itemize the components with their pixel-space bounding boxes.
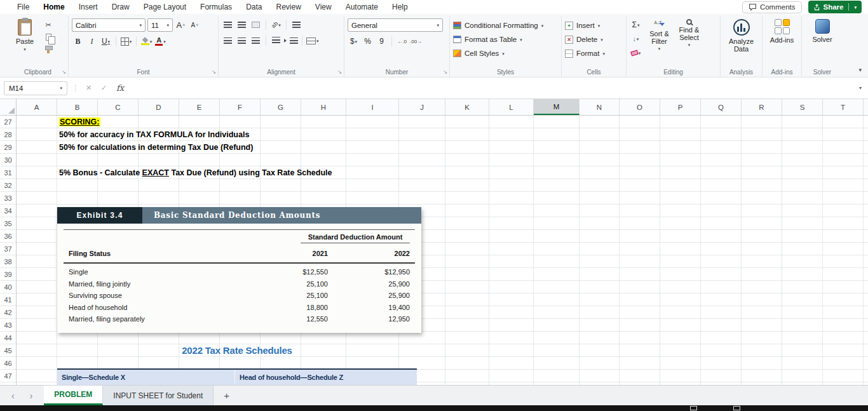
row-header-34[interactable]: 34 [0, 205, 16, 217]
menu-help[interactable]: Help [385, 0, 415, 14]
column-header-P[interactable]: P [660, 99, 701, 115]
page-layout-view-icon[interactable] [733, 406, 740, 410]
column-header-J[interactable]: J [399, 99, 445, 115]
cell-styles-button[interactable]: Cell Styles▾ [453, 46, 558, 60]
collapse-ribbon-icon[interactable]: ▾ [858, 67, 862, 73]
add-sheet-icon[interactable]: + [214, 386, 240, 405]
increase-indent-button[interactable] [284, 34, 298, 47]
column-header-T[interactable]: T [823, 99, 864, 115]
font-dialog-launcher[interactable]: ↘ [212, 69, 216, 75]
column-header-B[interactable]: B [57, 99, 98, 115]
percent-style-button[interactable]: % [362, 35, 374, 48]
font-size-select[interactable]: 11 ▾ [147, 18, 173, 32]
column-header-D[interactable]: D [139, 99, 179, 115]
formula-input[interactable] [131, 81, 852, 95]
menu-data[interactable]: Data [239, 0, 269, 14]
menu-file[interactable]: File [10, 0, 36, 14]
row-header-27[interactable]: 27 [0, 116, 16, 128]
row-header-38[interactable]: 38 [0, 255, 16, 268]
align-top-button[interactable] [222, 18, 234, 31]
cell-b27[interactable]: SCORING: [59, 116, 100, 128]
solver-button[interactable]: Solver [808, 17, 836, 67]
row-header-35[interactable]: 35 [0, 217, 16, 230]
row-header-43[interactable]: 43 [0, 319, 16, 332]
column-header-C[interactable]: C [98, 99, 139, 115]
prev-sheet-icon[interactable]: ‹ [11, 391, 15, 401]
copy-icon[interactable] [43, 32, 53, 41]
menu-page-layout[interactable]: Page Layout [137, 0, 193, 14]
row-header-30[interactable]: 30 [0, 154, 16, 166]
column-header-Q[interactable]: Q [701, 99, 742, 115]
row-header-39[interactable]: 39 [0, 268, 16, 281]
find-select-button[interactable]: Find & Select▾ [674, 17, 704, 67]
next-sheet-icon[interactable]: › [30, 391, 33, 401]
column-header-L[interactable]: L [489, 99, 534, 115]
align-left-button[interactable] [222, 34, 234, 47]
share-button[interactable]: Share ▾ [808, 1, 862, 13]
format-as-table-button[interactable]: Format as Table▾ [453, 32, 558, 46]
clipboard-dialog-launcher[interactable]: ↘ [62, 69, 66, 75]
menu-view[interactable]: View [308, 0, 339, 14]
menu-draw[interactable]: Draw [105, 0, 137, 14]
menu-automate[interactable]: Automate [339, 0, 385, 14]
cell-b31[interactable]: 5% Bonus - Calculate EXACT Tax Due (Refu… [59, 166, 332, 179]
number-dialog-launcher[interactable]: ↘ [443, 69, 447, 75]
share-dropdown-icon[interactable]: ▾ [854, 5, 857, 10]
underline-button[interactable]: U▾ [100, 35, 112, 48]
cut-icon[interactable]: ✂ [43, 20, 53, 29]
cell-b28[interactable]: 50% for accuracy in TAX FORMULA for Indi… [59, 128, 249, 141]
insert-function-icon[interactable]: fx [114, 83, 126, 93]
sheet-tab-problem[interactable]: PROBLEM [44, 386, 103, 405]
insert-cells-button[interactable]: + Insert▾ [565, 18, 623, 32]
row-header-45[interactable]: 45 [0, 344, 16, 357]
sheet-tab-input-sheet[interactable]: INPUT SHEET for Student [103, 386, 214, 405]
number-format-select[interactable]: General ▾ [348, 18, 443, 32]
align-right-button[interactable] [250, 34, 262, 47]
format-painter-icon[interactable] [43, 44, 53, 53]
enter-icon[interactable]: ✓ [98, 84, 109, 92]
delete-cells-button[interactable]: ✕ Delete▾ [565, 32, 623, 46]
expand-formula-bar-icon[interactable]: ▾ [857, 85, 864, 91]
menu-formulas[interactable]: Formulas [193, 0, 239, 14]
alignment-dialog-launcher[interactable]: ↘ [337, 69, 342, 75]
paste-button[interactable]: Paste ▾ [11, 17, 39, 67]
sort-filter-button[interactable]: Sort & Filter▾ [644, 17, 674, 67]
font-name-select[interactable]: Calibri ▾ [72, 18, 146, 32]
wrap-text-button[interactable] [290, 18, 302, 31]
fill-button[interactable]: ↓▾ [630, 32, 642, 45]
column-header-M[interactable]: M [534, 99, 580, 115]
formula-bar-grip-icon[interactable]: ⋮ [72, 84, 79, 92]
menu-review[interactable]: Review [269, 0, 308, 14]
column-header-G[interactable]: G [261, 99, 301, 115]
row-header-37[interactable]: 37 [0, 243, 16, 255]
borders-button[interactable]: ▾ [120, 35, 132, 48]
merge-center-button[interactable]: ▾ [306, 34, 319, 47]
cancel-icon[interactable]: ✕ [83, 84, 94, 92]
format-cells-button[interactable]: Format▾ [565, 46, 623, 60]
normal-view-icon[interactable] [690, 406, 697, 410]
select-all-corner[interactable] [0, 99, 17, 116]
orientation-button[interactable]: ▾ [270, 18, 282, 31]
column-header-S[interactable]: S [782, 99, 823, 115]
row-header-46[interactable]: 46 [0, 357, 16, 370]
paste-dropdown-icon[interactable]: ▾ [24, 47, 26, 51]
italic-button[interactable]: I [86, 35, 98, 48]
align-bottom-button[interactable] [250, 18, 262, 31]
autosum-button[interactable]: Σ▾ [630, 18, 642, 31]
name-box[interactable]: M14 ▾ [4, 81, 67, 95]
align-middle-button[interactable] [236, 18, 248, 31]
column-header-H[interactable]: H [301, 99, 346, 115]
column-header-E[interactable]: E [179, 99, 220, 115]
column-header-R[interactable]: R [742, 99, 782, 115]
column-header-I[interactable]: I [346, 99, 399, 115]
row-header-29[interactable]: 29 [0, 141, 16, 154]
row-header-31[interactable]: 31 [0, 166, 16, 179]
increase-font-size-button[interactable]: A˄ [175, 19, 187, 32]
accounting-format-button[interactable]: $▾ [348, 35, 360, 48]
analyze-data-button[interactable]: Analyze Data [724, 17, 759, 67]
bold-button[interactable]: B [72, 35, 84, 48]
row-header-33[interactable]: 33 [0, 192, 16, 205]
decrease-indent-button[interactable] [270, 34, 282, 47]
clear-button[interactable]: ▾ [630, 46, 642, 59]
fill-color-button[interactable]: ▾ [140, 35, 153, 48]
